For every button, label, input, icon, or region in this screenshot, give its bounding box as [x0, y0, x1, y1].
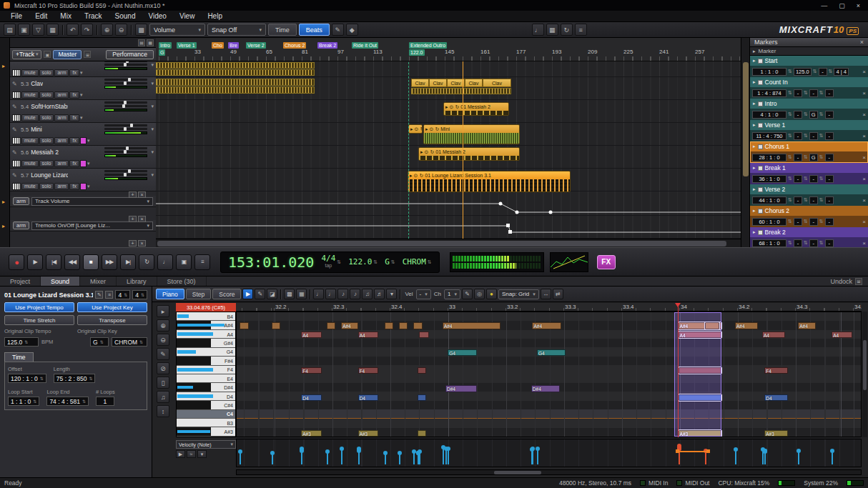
go-to-start-button[interactable]: |◀ [46, 254, 61, 270]
velocity-stem[interactable] [418, 453, 419, 464]
solo-button[interactable]: solo [39, 69, 54, 76]
spinner-icon[interactable]: ⇅ [139, 339, 143, 344]
tap-tempo-button[interactable]: tap [325, 262, 332, 269]
fx-button[interactable]: fx [69, 114, 79, 121]
midi-note-As4[interactable]: A#4 [341, 322, 358, 329]
time-stretch-button[interactable]: Time Stretch [4, 315, 74, 325]
menu-item-help[interactable]: Help [201, 11, 229, 21]
velocity-stem[interactable] [385, 453, 386, 464]
vel-ramp-icon[interactable]: ≈ [187, 450, 196, 458]
volume-slider[interactable] [104, 101, 147, 104]
spinner-icon[interactable]: ⇅ [804, 197, 808, 203]
keyboard-icon[interactable] [12, 160, 21, 167]
automation-arm-button[interactable]: arm [13, 221, 29, 229]
clip-clav[interactable]: Clav [411, 79, 429, 87]
chevron-right-icon[interactable]: ▸ [753, 122, 756, 128]
timeline-marker-flag[interactable]: Cho [212, 42, 224, 49]
volume-slider[interactable] [104, 147, 147, 149]
new-project-icon[interactable]: ▤ [4, 24, 16, 36]
track-header-clav[interactable]: ✎5.3Clav▾mutesoloarmfx▾ [10, 77, 156, 100]
fast-forward-button[interactable]: ▶▶ [102, 254, 117, 270]
clip-play-icon[interactable]: ▸ [425, 126, 428, 132]
spinner-icon[interactable]: ⇅ [804, 154, 808, 160]
track-header-mini[interactable]: ✎5.5Mini▾mutesoloarmfx▾ [10, 123, 156, 146]
master-track-button[interactable]: Master [53, 50, 82, 59]
edit-track-icon[interactable]: ✎ [12, 104, 19, 110]
arm-button[interactable]: arm [54, 137, 69, 144]
channel-select[interactable]: 1▾ [444, 289, 460, 299]
solo-button[interactable]: solo [39, 114, 54, 121]
spinner-icon[interactable]: ⇅ [82, 399, 86, 404]
midi-note-As4[interactable]: A#4 [798, 322, 815, 329]
midi-note-D4[interactable]: D4 [358, 394, 378, 402]
clip-sig-numerator[interactable]: 4⇅ [115, 290, 130, 299]
clip-clav[interactable]: Clav [483, 79, 511, 87]
spinner-icon[interactable]: ⇅ [428, 259, 432, 265]
track-header-messiah-2[interactable]: ✎5.6Messiah 2▾mutesoloarmfx▾ [10, 146, 156, 169]
midi-note-As4[interactable]: A#4 [443, 322, 500, 329]
offset-field[interactable]: 120 : 1 : 0⇅ [8, 374, 46, 383]
marker-tempo-field[interactable]: - [794, 239, 802, 247]
piano-key-E4[interactable]: E4 [177, 374, 235, 383]
clip-sync-icon[interactable]: ↻ [435, 126, 439, 132]
marker-timesig-field[interactable]: - [825, 154, 834, 161]
midi-note-A4[interactable]: A4 [832, 332, 852, 339]
marker-key-field[interactable]: - [809, 175, 818, 183]
marker-key-field[interactable]: - [809, 89, 818, 97]
velocity-stem[interactable] [531, 449, 533, 464]
timeline-marker-flag[interactable]: Break 2 [317, 42, 337, 49]
scrollbar-thumb[interactable] [863, 340, 867, 390]
add-lane-button[interactable]: + [129, 191, 137, 198]
delete-marker-icon[interactable]: × [862, 176, 866, 182]
midi-note-D4[interactable]: D4 [301, 394, 321, 402]
midi-note-As4[interactable] [240, 322, 248, 329]
marker-timesig-field[interactable]: - [825, 111, 834, 119]
zoom-in-tool-icon[interactable]: ⊕ [157, 319, 169, 332]
spinner-icon[interactable]: ⇅ [40, 376, 44, 381]
marker-item-break-1[interactable]: ▸Break 136 : 1 : 0⇅-⇅-⇅-× [750, 163, 868, 184]
midi-clip-fragment[interactable] [156, 86, 315, 94]
keyboard-icon[interactable] [12, 183, 21, 190]
brush-tool-icon[interactable]: ◪ [267, 289, 277, 299]
mute-button[interactable]: mute [21, 137, 39, 144]
midi-note-As4[interactable] [399, 322, 408, 329]
solo-button[interactable]: solo [39, 183, 54, 190]
pan-slider[interactable] [104, 128, 147, 130]
midi-note-F4[interactable]: F4 [764, 367, 787, 374]
chevron-down-icon[interactable]: ▾ [80, 92, 83, 98]
track-menu-icon[interactable]: ▾ [151, 104, 154, 109]
marker-tempo-field[interactable]: 125.0 [794, 68, 812, 76]
chevron-down-icon[interactable]: ▾ [80, 70, 83, 76]
solo-button[interactable]: solo [39, 91, 54, 99]
pan-slider[interactable] [104, 105, 147, 107]
volume-slider[interactable] [104, 124, 147, 126]
marker-name-row[interactable]: ▸Break 2 [750, 227, 868, 237]
clip-01-lounge-lizard-session-3-1[interactable]: ▸⊙↻01 Lounge Lizard Session 3.1 [408, 171, 571, 192]
menu-item-track[interactable]: Track [78, 11, 109, 21]
note-half-icon[interactable]: ♩ [325, 289, 336, 299]
midi-editor-icon[interactable]: ▩ [135, 24, 147, 36]
loop-end-field[interactable]: 74 : 4 : 581⇅ [46, 397, 89, 406]
midi-clip-fragment[interactable] [156, 62, 315, 69]
velocity-stem[interactable] [358, 451, 360, 464]
spinner-icon[interactable]: ⇅ [788, 176, 792, 181]
spinner-icon[interactable]: ⇅ [819, 111, 824, 117]
spinner-icon[interactable]: ⇅ [788, 154, 792, 160]
piano-key-D4[interactable]: D4 [177, 392, 235, 401]
marker-item-verse-1[interactable]: ▸Verse 111 : 4 : 750⇅-⇅-⇅-× [750, 120, 868, 141]
midi-note-Ds4[interactable]: D#4 [531, 385, 561, 392]
velocity-ramp-line[interactable] [677, 451, 709, 452]
clip-sig-denominator[interactable]: 4⇅ [132, 290, 147, 299]
orig-key-field[interactable]: G⇅ [90, 337, 109, 347]
pan-slider[interactable] [104, 64, 147, 66]
marker-timesig-field[interactable]: - [825, 89, 834, 97]
edit-icon[interactable]: ✎ [95, 291, 103, 299]
keyboard-icon[interactable] [12, 114, 21, 121]
midi-note-As4[interactable] [385, 322, 393, 329]
delete-marker-icon[interactable]: × [862, 69, 866, 75]
piano-roll-h-scrollbar[interactable] [236, 469, 862, 475]
midi-clip-fragment[interactable] [156, 69, 315, 76]
delete-marker-icon[interactable]: × [862, 90, 866, 96]
clip-loop-icon[interactable]: ⊙ [415, 126, 419, 132]
spinner-icon[interactable]: ⇅ [124, 292, 127, 297]
